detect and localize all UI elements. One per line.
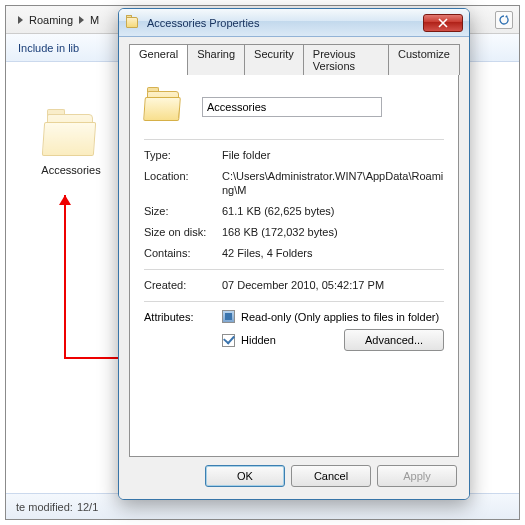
close-icon bbox=[438, 18, 448, 28]
tab-general[interactable]: General bbox=[129, 44, 188, 75]
titlebar[interactable]: Accessories Properties bbox=[119, 9, 469, 37]
breadcrumb-item[interactable]: Roaming bbox=[29, 14, 73, 26]
size-on-disk-value: 168 KB (172,032 bytes) bbox=[222, 225, 338, 239]
readonly-label: Read-only (Only applies to files in fold… bbox=[241, 311, 439, 323]
chevron-right-icon bbox=[79, 16, 84, 24]
tab-previous-versions[interactable]: Previous Versions bbox=[303, 44, 389, 75]
location-value: C:\Users\Administrator.WIN7\AppData\Roam… bbox=[222, 169, 444, 197]
tab-security[interactable]: Security bbox=[244, 44, 304, 75]
folder-item-accessories[interactable]: Accessories bbox=[31, 112, 111, 176]
folder-label: Accessories bbox=[31, 164, 111, 176]
include-in-library-button[interactable]: Include in lib bbox=[18, 42, 79, 54]
folder-name-input[interactable] bbox=[202, 97, 382, 117]
dialog-buttons: OK Cancel Apply bbox=[129, 457, 459, 491]
folder-icon bbox=[144, 89, 184, 125]
folder-icon bbox=[43, 112, 99, 160]
chevron-right-icon bbox=[18, 16, 23, 24]
contains-value: 42 Files, 4 Folders bbox=[222, 246, 312, 260]
location-label: Location: bbox=[144, 169, 222, 197]
properties-dialog: Accessories Properties General Sharing S… bbox=[118, 8, 470, 500]
size-value: 61.1 KB (62,625 bytes) bbox=[222, 204, 335, 218]
dialog-title: Accessories Properties bbox=[147, 17, 260, 29]
size-label: Size: bbox=[144, 204, 222, 218]
annotation-arrowhead bbox=[59, 195, 71, 205]
folder-icon bbox=[125, 16, 141, 30]
breadcrumb-item[interactable]: M bbox=[90, 14, 99, 26]
created-label: Created: bbox=[144, 278, 222, 292]
readonly-checkbox[interactable] bbox=[222, 310, 235, 323]
separator bbox=[144, 139, 444, 140]
separator bbox=[144, 301, 444, 302]
refresh-icon bbox=[499, 15, 509, 25]
general-panel: Type:File folder Location:C:\Users\Admin… bbox=[129, 74, 459, 457]
dialog-body: General Sharing Security Previous Versio… bbox=[119, 37, 469, 499]
apply-button[interactable]: Apply bbox=[377, 465, 457, 487]
size-on-disk-label: Size on disk: bbox=[144, 225, 222, 239]
contains-label: Contains: bbox=[144, 246, 222, 260]
created-value: 07 December 2010, 05:42:17 PM bbox=[222, 278, 384, 292]
status-modified-value: 12/1 bbox=[77, 501, 98, 513]
hidden-checkbox[interactable] bbox=[222, 334, 235, 347]
ok-button[interactable]: OK bbox=[205, 465, 285, 487]
tab-bar: General Sharing Security Previous Versio… bbox=[129, 44, 459, 75]
hidden-label: Hidden bbox=[241, 334, 276, 346]
advanced-button[interactable]: Advanced... bbox=[344, 329, 444, 351]
attributes-label: Attributes: bbox=[144, 311, 222, 323]
annotation-arrow bbox=[64, 195, 66, 359]
cancel-button[interactable]: Cancel bbox=[291, 465, 371, 487]
separator bbox=[144, 269, 444, 270]
tab-customize[interactable]: Customize bbox=[388, 44, 460, 75]
status-modified-label: te modified: bbox=[16, 501, 73, 513]
refresh-button[interactable] bbox=[495, 11, 513, 29]
type-label: Type: bbox=[144, 148, 222, 162]
close-button[interactable] bbox=[423, 14, 463, 32]
type-value: File folder bbox=[222, 148, 270, 162]
tab-sharing[interactable]: Sharing bbox=[187, 44, 245, 75]
